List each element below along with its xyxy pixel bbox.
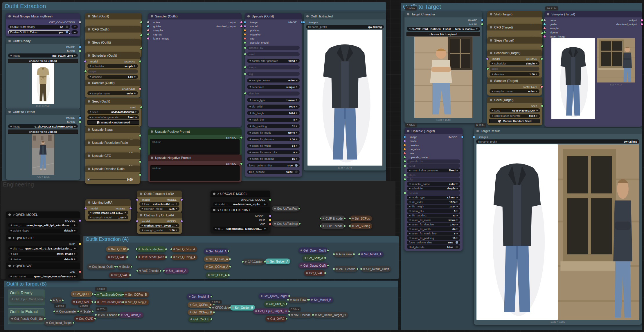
combo-right-arrow-icon[interactable]: ▶ (176, 224, 177, 227)
combo-left-arrow-icon[interactable]: ◀ (492, 109, 493, 112)
mini-concatenate[interactable]: Concatenate (54, 308, 78, 314)
combo-right-arrow-icon[interactable]: ▶ (176, 207, 177, 210)
node-sampler-target[interactable]: Sampler (Target)SAMPLER◀sampler_nameeule… (487, 78, 542, 96)
combo-right-arrow-icon[interactable]: ▶ (457, 232, 458, 235)
collapse-dot[interactable] (232, 307, 234, 308)
combo-left-arrow-icon[interactable]: ◀ (409, 196, 410, 199)
output-dot-model[interactable] (79, 220, 81, 222)
combo-left-arrow-icon[interactable]: ◀ (10, 258, 12, 260)
input-dot-steps[interactable] (244, 66, 246, 68)
input-dot-model[interactable] (486, 58, 488, 60)
node-titlebar[interactable]: Upscale CFG (85, 152, 140, 159)
output-dot[interactable] (44, 318, 46, 320)
mini-cfgguider[interactable]: CFGGuider (243, 259, 265, 265)
collapse-dot[interactable] (290, 299, 292, 301)
widget-scheduler[interactable]: ◀schedulersimple▶ (407, 186, 460, 191)
widget-force-uniform-tiles[interactable]: force_uniform_tilestrue (407, 241, 460, 245)
mini-get-qwen-outfit[interactable]: Get_Qwen_Outfit (298, 247, 328, 253)
input-dot-vae[interactable] (244, 37, 246, 40)
mini-textencodeqwen[interactable]: TextEncodeQwen (95, 299, 125, 305)
combo-left-arrow-icon[interactable]: ◀ (409, 169, 410, 172)
combo-left-arrow-icon[interactable]: ◀ (90, 216, 91, 218)
node-titlebar[interactable]: Seed (Target) (487, 97, 542, 103)
collapse-dot[interactable] (336, 253, 338, 255)
output-dot[interactable] (211, 318, 212, 320)
node-titlebar[interactable]: Steps (Target) (487, 37, 542, 44)
collapse-dot[interactable] (89, 266, 91, 268)
mini-set-guider-a[interactable]: Set_Guider_A (265, 259, 290, 264)
combo-right-arrow-icon[interactable]: ▶ (296, 138, 298, 140)
node-qwen-model[interactable]: > QWEN MODELMODEL◀unet_nameqwen_image_ed… (6, 211, 80, 235)
mini-get-qwen-target[interactable]: Get_Qwen_Target (259, 293, 289, 299)
node-sampler-outfit[interactable]: Sampler (Outfit)noiseoutputguiderdenoise… (148, 13, 242, 127)
mini-set-qcpos-b[interactable]: Set_QCPos_B (123, 292, 149, 297)
node-titlebar[interactable]: Fast Groups Muter (rgthree) (6, 13, 80, 19)
mini-get-qcneg-a[interactable]: Get_QCNeg_A (204, 264, 230, 270)
mini-set-scpos[interactable]: Set_SCPos (350, 216, 372, 221)
combo-right-arrow-icon[interactable]: ▶ (296, 158, 298, 160)
combo-right-arrow-icon[interactable]: ▶ (125, 216, 126, 218)
combo-left-arrow-icon[interactable]: ◀ (409, 237, 410, 239)
output-dot-output[interactable] (240, 21, 242, 23)
collapse-dot[interactable] (80, 311, 82, 312)
collapse-dot[interactable] (274, 223, 276, 225)
combo-right-arrow-icon[interactable]: ▶ (296, 79, 298, 82)
mini-set-model-b[interactable]: Set_Model_B (309, 297, 333, 303)
output-dot-output[interactable] (641, 19, 643, 21)
node-titlebar[interactable]: Target Result (474, 128, 642, 134)
collapse-dot[interactable] (138, 256, 140, 258)
input-dot[interactable] (78, 311, 79, 312)
input-dot[interactable] (360, 268, 362, 270)
combo-right-arrow-icon[interactable]: ▶ (74, 54, 76, 57)
input-dot-steps[interactable] (404, 174, 406, 176)
mini-set-model-a[interactable]: Set_Model_A (359, 251, 384, 257)
collapse-dot[interactable] (88, 28, 90, 30)
mini-clip-encode[interactable]: CLIP Encode (321, 223, 345, 229)
combo-left-arrow-icon[interactable]: ◀ (90, 211, 91, 214)
combo-left-arrow-icon[interactable]: ◀ (249, 151, 251, 153)
widget-scheduler[interactable]: ◀schedulersimple▶ (490, 61, 539, 65)
mini-get-qclip[interactable]: Get_QCLIP (71, 291, 93, 297)
widget-tile-padding[interactable]: ◀tile_padding32▶ (247, 124, 300, 128)
collapse-dot[interactable] (352, 218, 354, 219)
mini-textencodeqwen[interactable]: TextEncodeQwen (136, 254, 166, 260)
collapse-dot[interactable] (315, 314, 317, 316)
upload-button[interactable]: choose file to upload (8, 59, 78, 63)
collapse-dot[interactable] (213, 193, 215, 195)
node-upscale-target[interactable]: Upscale (Target)imageIMAGEmodelpositiven… (404, 128, 463, 251)
input-dot-image[interactable] (244, 21, 246, 23)
combo-left-arrow-icon[interactable]: ◀ (10, 224, 12, 226)
node-upscale-positive-prompt[interactable]: Upscale Positive PromptSTRINGvalue (148, 128, 242, 156)
node-titlebar[interactable]: Scheduler (Target) (487, 50, 542, 56)
collapse-dot[interactable] (301, 250, 302, 251)
input-dot[interactable] (53, 311, 55, 312)
output-dot-slot[interactable] (140, 47, 142, 49)
widget-enable-outfit-to-extract[interactable]: Enable Outfit to Extractyes (8, 30, 70, 34)
input-dot-noise[interactable] (544, 19, 546, 21)
widget-control-after-generate[interactable]: ◀control after generatefixed▶ (490, 114, 540, 118)
input-dot[interactable] (50, 299, 52, 301)
combo-left-arrow-icon[interactable]: ◀ (409, 214, 410, 217)
input-dot-sampler[interactable] (147, 29, 149, 31)
combo-left-arrow-icon[interactable]: ◀ (249, 138, 251, 140)
combo-right-arrow-icon[interactable]: ▶ (457, 237, 458, 239)
widget-seam-fix-mask-blur[interactable]: ◀seam_fix_mask_blur8▶ (407, 231, 460, 236)
input-dot-noise[interactable] (147, 21, 149, 23)
widget-ckpt-na[interactable]: ◀ckpt_na...juggernautXL_juggXIByRundiffu… (213, 227, 268, 231)
output-dot[interactable] (126, 256, 128, 258)
input-dot-steps[interactable] (84, 70, 87, 72)
mini-get-result-outfit-up[interactable]: Get_Result_Outfit_Up (9, 316, 45, 322)
input-dot-guider[interactable] (147, 25, 149, 27)
input-dot[interactable] (312, 314, 314, 316)
input-dot[interactable] (94, 294, 96, 295)
node-sampler-outfit[interactable]: Sampler (Outfit)SAMPLER◀sampler_nameeule… (85, 80, 140, 98)
mini-any[interactable]: Any (51, 297, 63, 303)
mini-get-qvae[interactable]: Get_QVAE (265, 316, 287, 322)
mini-set-qcneg-b[interactable]: Set_QCNeg_B (123, 299, 149, 305)
collapse-dot[interactable] (111, 274, 113, 276)
widget-sampler-name[interactable]: ◀sampler_nameeuler▶ (87, 91, 138, 95)
collapse-dot[interactable] (121, 314, 123, 316)
collapse-dot[interactable] (547, 13, 549, 15)
mini-set-guider-b[interactable]: Set_Guider_B (230, 305, 255, 311)
widget-seed[interactable]: ◀seed634844894503054▶ (490, 108, 540, 112)
